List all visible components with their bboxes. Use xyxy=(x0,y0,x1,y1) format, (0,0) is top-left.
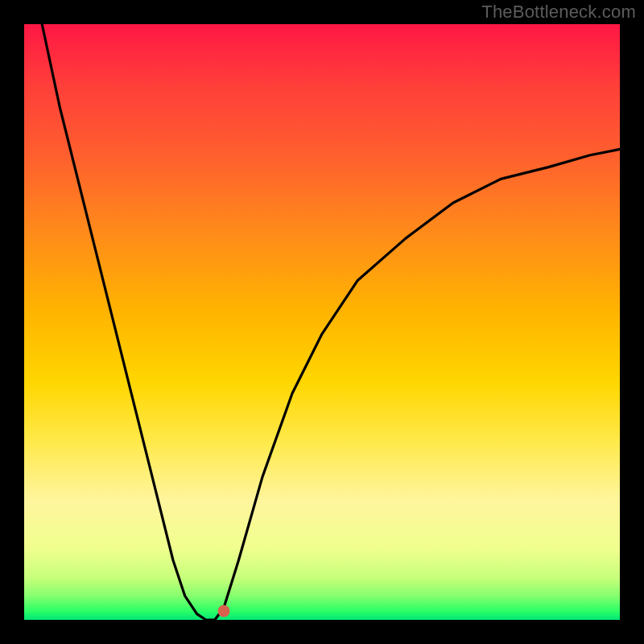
watermark-text: TheBottleneck.com xyxy=(481,2,636,23)
plot-area xyxy=(24,24,620,620)
chart-frame: TheBottleneck.com xyxy=(0,0,644,644)
bottleneck-curve xyxy=(24,24,620,620)
optimum-marker xyxy=(217,605,229,617)
curve-path xyxy=(42,24,620,620)
